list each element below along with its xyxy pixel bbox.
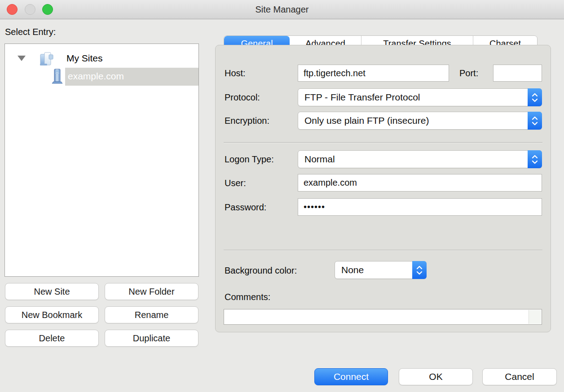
user-input[interactable] — [298, 174, 542, 192]
protocol-label: Protocol: — [225, 92, 260, 103]
encryption-label: Encryption: — [225, 115, 269, 126]
protocol-value: FTP - File Transfer Protocol — [304, 89, 525, 106]
separator — [224, 250, 542, 251]
delete-button[interactable]: Delete — [5, 330, 99, 347]
password-label: Password: — [225, 202, 266, 213]
background-color-value: None — [341, 261, 410, 279]
zoom-button[interactable] — [42, 4, 53, 15]
close-button[interactable] — [7, 4, 18, 15]
cancel-button[interactable]: Cancel — [482, 368, 557, 385]
connect-button[interactable]: Connect — [314, 368, 388, 385]
minimize-button[interactable] — [25, 4, 35, 15]
title-bar: Site Manager — [0, 0, 564, 19]
popup-chevrons-icon — [412, 261, 427, 279]
server-icon — [50, 68, 65, 85]
rename-button[interactable]: Rename — [105, 306, 198, 323]
encryption-select[interactable]: Only use plain FTP (insecure) — [298, 112, 542, 130]
sites-folder-icon — [39, 51, 54, 67]
comments-label: Comments: — [225, 292, 270, 302]
logon-type-label: Logon Type: — [225, 154, 274, 165]
encryption-value: Only use plain FTP (insecure) — [304, 112, 525, 129]
host-label: Host: — [225, 68, 246, 78]
new-bookmark-button[interactable]: New Bookmark — [5, 306, 99, 323]
site-tree[interactable]: My Sites example.com — [4, 44, 199, 277]
popup-chevrons-icon — [528, 88, 542, 106]
disclosure-triangle-icon[interactable] — [18, 56, 26, 61]
comments-input[interactable] — [224, 309, 542, 325]
new-folder-button[interactable]: New Folder — [105, 283, 198, 300]
logon-type-value: Normal — [304, 151, 525, 168]
port-input[interactable] — [493, 65, 542, 82]
separator — [224, 142, 542, 143]
comments-scrollbar[interactable] — [529, 310, 541, 324]
tree-item-example-com[interactable]: example.com — [5, 68, 198, 86]
select-entry-label: Select Entry: — [5, 27, 56, 37]
popup-chevrons-icon — [528, 112, 542, 130]
ok-button[interactable]: OK — [399, 368, 473, 385]
background-color-label: Background color: — [225, 265, 297, 276]
port-label: Port: — [459, 68, 478, 78]
background-color-select[interactable]: None — [335, 261, 427, 279]
logon-type-select[interactable]: Normal — [298, 150, 542, 168]
host-input[interactable] — [298, 65, 449, 82]
protocol-select[interactable]: FTP - File Transfer Protocol — [298, 88, 542, 106]
popup-chevrons-icon — [528, 150, 542, 168]
window-title: Site Manager — [0, 0, 564, 19]
general-settings-panel: Host: Port: Protocol: FTP - File Transfe… — [215, 45, 551, 332]
user-label: User: — [225, 178, 246, 188]
tree-item-my-sites[interactable]: My Sites — [5, 50, 198, 68]
new-site-button[interactable]: New Site — [5, 283, 99, 300]
tree-item-label[interactable]: example.com — [68, 68, 124, 85]
duplicate-button[interactable]: Duplicate — [105, 330, 198, 347]
password-input[interactable] — [298, 198, 542, 216]
tree-item-label[interactable]: My Sites — [66, 50, 103, 67]
